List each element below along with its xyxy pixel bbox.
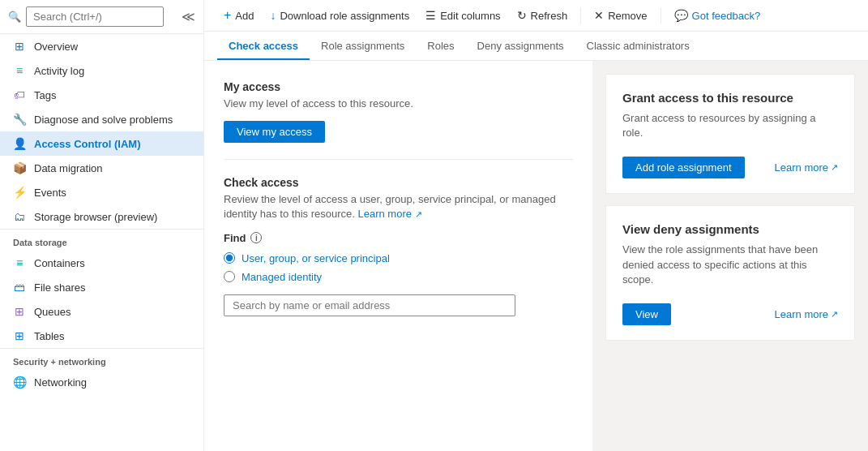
- deny-assignments-card-desc: View the role assignments that have been…: [622, 243, 838, 287]
- right-panel: Grant access to this resource Grant acce…: [592, 61, 868, 451]
- events-icon: ⚡: [13, 186, 26, 199]
- tab-role-assignments[interactable]: Role assignments: [310, 32, 416, 60]
- sidebar-item-label: Networking: [34, 376, 87, 389]
- download-role-assignments-button[interactable]: ↓ Download role assignments: [263, 6, 416, 25]
- tab-roles[interactable]: Roles: [416, 32, 465, 60]
- sidebar-item-overview[interactable]: ⊞ Overview: [0, 34, 203, 58]
- sidebar-item-access-control[interactable]: 👤 Access Control (IAM): [0, 131, 203, 156]
- deny-assignments-card: View deny assignments View the role assi…: [605, 205, 855, 341]
- my-access-section: My access View my level of access to thi…: [224, 80, 573, 143]
- sidebar-item-label: Storage browser (preview): [34, 211, 157, 223]
- queues-icon: ⊞: [13, 305, 26, 318]
- grant-access-card-desc: Grant access to resources by assigning a…: [622, 111, 838, 140]
- check-access-title: Check access: [224, 176, 573, 189]
- tags-icon: 🏷: [13, 88, 26, 101]
- sidebar-item-tags[interactable]: 🏷 Tags: [0, 83, 203, 107]
- edit-columns-button[interactable]: ☰ Edit columns: [419, 6, 507, 25]
- external-link-icon: ↗: [415, 209, 422, 219]
- sidebar-item-label: Data migration: [34, 162, 103, 174]
- check-access-learn-more-link[interactable]: Learn more ↗: [357, 208, 421, 220]
- sidebar-search-container: 🔍 ≪: [0, 0, 203, 34]
- view-deny-assignments-button[interactable]: View: [622, 303, 671, 325]
- grant-access-learn-more-link[interactable]: Learn more ↗: [775, 161, 838, 174]
- feedback-button[interactable]: 💬 Got feedback?: [668, 6, 768, 25]
- sidebar-collapse-button[interactable]: ≪: [182, 9, 195, 24]
- search-icon: 🔍: [8, 11, 21, 23]
- download-icon: ↓: [270, 9, 276, 22]
- grant-access-card-actions: Add role assignment Learn more ↗: [622, 157, 838, 178]
- my-access-description: View my level of access to this resource…: [224, 97, 573, 111]
- grant-access-card: Grant access to this resource Grant acce…: [605, 74, 855, 194]
- find-text: Find: [224, 232, 246, 244]
- containers-icon: ≡: [13, 256, 26, 269]
- sidebar-item-storage-browser[interactable]: 🗂 Storage browser (preview): [0, 204, 203, 229]
- overview-icon: ⊞: [13, 40, 26, 53]
- sidebar-item-networking[interactable]: 🌐 Networking: [0, 370, 203, 394]
- tab-classic-admins[interactable]: Classic administrators: [575, 32, 701, 60]
- radio-user-group-label: User, group, or service principal: [242, 252, 390, 264]
- tab-check-access[interactable]: Check access: [217, 32, 310, 60]
- section-divider: [224, 159, 573, 160]
- learn-more-label: Learn more: [357, 208, 411, 220]
- edit-columns-label: Edit columns: [440, 10, 500, 22]
- add-icon: +: [224, 8, 231, 23]
- main-content: + Add ↓ Download role assignments ☰ Edit…: [204, 0, 868, 451]
- sidebar-item-events[interactable]: ⚡ Events: [0, 180, 203, 204]
- refresh-icon: ↻: [517, 9, 527, 22]
- view-my-access-button[interactable]: View my access: [224, 121, 325, 143]
- sidebar-item-label: Tables: [34, 330, 65, 342]
- deny-assignments-learn-more-link[interactable]: Learn more ↗: [775, 308, 838, 320]
- feedback-label: Got feedback?: [692, 10, 761, 22]
- data-migration-icon: 📦: [13, 161, 26, 174]
- deny-assignments-card-title: View deny assignments: [622, 222, 838, 236]
- find-label: Find i: [224, 232, 573, 244]
- sidebar-item-queues[interactable]: ⊞ Queues: [0, 299, 203, 324]
- tab-deny-assignments[interactable]: Deny assignments: [466, 32, 575, 60]
- storage-browser-icon: 🗂: [13, 210, 26, 223]
- radio-managed-identity[interactable]: [224, 271, 235, 282]
- radio-managed-identity-label: Managed identity: [242, 271, 322, 283]
- check-access-section: Check access Review the level of access …: [224, 176, 573, 316]
- check-access-description: Review the level of access a user, group…: [224, 192, 573, 221]
- learn-more-text: Learn more: [775, 161, 828, 174]
- add-button[interactable]: + Add: [217, 5, 260, 26]
- sidebar-item-data-migration[interactable]: 📦 Data migration: [0, 156, 203, 180]
- activity-log-icon: ≡: [13, 64, 26, 77]
- grant-access-card-title: Grant access to this resource: [622, 91, 838, 105]
- radio-item-user-group[interactable]: User, group, or service principal: [224, 252, 573, 264]
- add-label: Add: [235, 10, 254, 22]
- sidebar-item-activity-log[interactable]: ≡ Activity log: [0, 58, 203, 83]
- toolbar-separator-2: [661, 7, 661, 24]
- add-role-assignment-button[interactable]: Add role assignment: [622, 157, 745, 178]
- tables-icon: ⊞: [13, 329, 26, 342]
- refresh-button[interactable]: ↻ Refresh: [511, 6, 575, 25]
- learn-more-text: Learn more: [775, 308, 828, 320]
- sidebar-item-label: Diagnose and solve problems: [34, 114, 173, 126]
- sidebar-item-diagnose[interactable]: 🔧 Diagnose and solve problems: [0, 107, 203, 131]
- sidebar-item-containers[interactable]: ≡ Containers: [0, 251, 203, 275]
- feedback-icon: 💬: [674, 9, 688, 22]
- external-link-icon-2: ↗: [831, 309, 838, 320]
- radio-item-managed-identity[interactable]: Managed identity: [224, 271, 573, 283]
- networking-icon: 🌐: [13, 376, 26, 389]
- tabs-bar: Check access Role assignments Roles Deny…: [204, 32, 868, 61]
- sidebar-item-label: Queues: [34, 306, 71, 318]
- sidebar-item-tables[interactable]: ⊞ Tables: [0, 324, 203, 348]
- find-info-icon[interactable]: i: [250, 232, 262, 243]
- refresh-label: Refresh: [531, 10, 568, 22]
- diagnose-icon: 🔧: [13, 113, 26, 126]
- sidebar-item-label: File shares: [34, 281, 86, 294]
- radio-user-group[interactable]: [224, 252, 235, 264]
- sidebar-item-label: Activity log: [34, 65, 84, 77]
- search-by-name-input[interactable]: [224, 294, 515, 316]
- sidebar: 🔍 ≪ ⊞ Overview ≡ Activity log 🏷 Tags 🔧 D…: [0, 0, 204, 451]
- remove-label: Remove: [608, 10, 647, 22]
- sidebar-search-input[interactable]: [26, 6, 164, 27]
- radio-group: User, group, or service principal Manage…: [224, 252, 573, 283]
- sidebar-item-label: Access Control (IAM): [34, 138, 140, 150]
- section-data-storage-label: Data storage: [0, 229, 203, 251]
- sidebar-item-file-shares[interactable]: 🗃 File shares: [0, 275, 203, 299]
- remove-button[interactable]: ✕ Remove: [588, 6, 653, 25]
- left-panel: My access View my level of access to thi…: [204, 61, 592, 451]
- sidebar-item-label: Containers: [34, 257, 85, 269]
